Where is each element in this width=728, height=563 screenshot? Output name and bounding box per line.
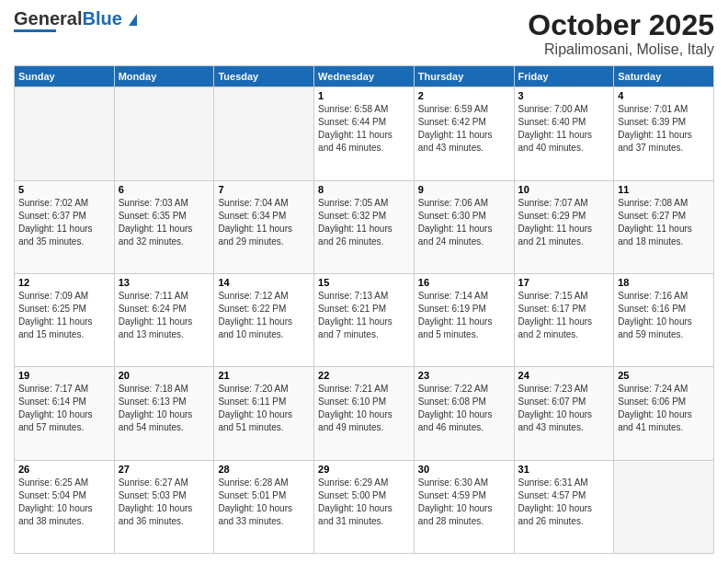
calendar-cell: 22Sunrise: 7:21 AM Sunset: 6:10 PM Dayli…	[314, 367, 415, 460]
day-info: Sunrise: 7:02 AM Sunset: 6:37 PM Dayligh…	[18, 197, 110, 248]
day-number: 8	[318, 184, 410, 195]
day-info: Sunrise: 7:15 AM Sunset: 6:17 PM Dayligh…	[518, 290, 610, 341]
day-info: Sunrise: 6:29 AM Sunset: 5:00 PM Dayligh…	[318, 477, 410, 528]
calendar-cell: 12Sunrise: 7:09 AM Sunset: 6:25 PM Dayli…	[15, 273, 115, 366]
calendar-cell: 20Sunrise: 7:18 AM Sunset: 6:13 PM Dayli…	[114, 367, 214, 460]
day-info: Sunrise: 7:12 AM Sunset: 6:22 PM Dayligh…	[218, 290, 310, 341]
day-info: Sunrise: 7:05 AM Sunset: 6:32 PM Dayligh…	[318, 197, 410, 248]
calendar-cell: 16Sunrise: 7:14 AM Sunset: 6:19 PM Dayli…	[414, 273, 514, 366]
calendar-cell: 10Sunrise: 7:07 AM Sunset: 6:29 PM Dayli…	[514, 180, 614, 273]
day-info: Sunrise: 6:25 AM Sunset: 5:04 PM Dayligh…	[18, 477, 110, 528]
calendar-cell: 31Sunrise: 6:31 AM Sunset: 4:57 PM Dayli…	[514, 460, 614, 553]
calendar-cell: 27Sunrise: 6:27 AM Sunset: 5:03 PM Dayli…	[114, 460, 214, 553]
calendar-cell: 2Sunrise: 6:59 AM Sunset: 6:42 PM Daylig…	[414, 87, 514, 180]
day-info: Sunrise: 7:23 AM Sunset: 6:07 PM Dayligh…	[518, 383, 610, 434]
calendar-header-sunday: Sunday	[15, 66, 115, 87]
day-number: 30	[418, 464, 510, 475]
calendar-cell	[114, 87, 214, 180]
day-number: 3	[518, 90, 610, 101]
calendar-cell: 7Sunrise: 7:04 AM Sunset: 6:34 PM Daylig…	[214, 180, 314, 273]
calendar-week-0: 1Sunrise: 6:58 AM Sunset: 6:44 PM Daylig…	[15, 87, 714, 180]
day-info: Sunrise: 6:28 AM Sunset: 5:01 PM Dayligh…	[218, 477, 310, 528]
calendar-header-row: SundayMondayTuesdayWednesdayThursdayFrid…	[15, 66, 714, 87]
calendar-cell: 21Sunrise: 7:20 AM Sunset: 6:11 PM Dayli…	[214, 367, 314, 460]
day-info: Sunrise: 6:59 AM Sunset: 6:42 PM Dayligh…	[418, 103, 510, 155]
main-title: October 2025	[528, 9, 714, 41]
day-info: Sunrise: 7:09 AM Sunset: 6:25 PM Dayligh…	[18, 290, 110, 341]
calendar-week-3: 19Sunrise: 7:17 AM Sunset: 6:14 PM Dayli…	[15, 367, 714, 460]
day-info: Sunrise: 7:08 AM Sunset: 6:27 PM Dayligh…	[618, 197, 710, 248]
calendar-week-4: 26Sunrise: 6:25 AM Sunset: 5:04 PM Dayli…	[15, 460, 714, 553]
page: GeneralBlue October 2025 Ripalimosani, M…	[0, 0, 728, 563]
logo: GeneralBlue	[14, 9, 137, 32]
day-number: 6	[119, 184, 210, 195]
day-number: 21	[218, 370, 310, 381]
calendar-cell: 3Sunrise: 7:00 AM Sunset: 6:40 PM Daylig…	[514, 87, 614, 180]
day-number: 15	[318, 277, 410, 288]
day-info: Sunrise: 7:07 AM Sunset: 6:29 PM Dayligh…	[518, 197, 610, 248]
day-number: 28	[218, 464, 310, 475]
day-info: Sunrise: 7:00 AM Sunset: 6:40 PM Dayligh…	[518, 103, 610, 155]
day-info: Sunrise: 7:17 AM Sunset: 6:14 PM Dayligh…	[18, 383, 110, 434]
day-info: Sunrise: 7:14 AM Sunset: 6:19 PM Dayligh…	[418, 290, 510, 341]
calendar-cell: 23Sunrise: 7:22 AM Sunset: 6:08 PM Dayli…	[414, 367, 514, 460]
day-number: 26	[18, 464, 110, 475]
logo-general: General	[14, 8, 82, 29]
calendar-cell: 14Sunrise: 7:12 AM Sunset: 6:22 PM Dayli…	[214, 273, 314, 366]
calendar-cell: 8Sunrise: 7:05 AM Sunset: 6:32 PM Daylig…	[314, 180, 415, 273]
calendar-cell: 15Sunrise: 7:13 AM Sunset: 6:21 PM Dayli…	[314, 273, 415, 366]
day-number: 7	[218, 184, 310, 195]
calendar-table: SundayMondayTuesdayWednesdayThursdayFrid…	[14, 65, 714, 554]
day-number: 9	[418, 184, 510, 195]
day-number: 13	[119, 277, 210, 288]
calendar-cell: 1Sunrise: 6:58 AM Sunset: 6:44 PM Daylig…	[314, 87, 415, 180]
calendar-header-saturday: Saturday	[614, 66, 714, 87]
day-info: Sunrise: 7:01 AM Sunset: 6:39 PM Dayligh…	[618, 103, 710, 155]
subtitle: Ripalimosani, Molise, Italy	[528, 41, 714, 58]
day-number: 11	[618, 184, 710, 195]
day-info: Sunrise: 6:30 AM Sunset: 4:59 PM Dayligh…	[418, 477, 510, 528]
day-number: 31	[518, 464, 610, 475]
day-number: 4	[618, 90, 710, 101]
day-number: 2	[418, 90, 510, 101]
calendar-cell: 5Sunrise: 7:02 AM Sunset: 6:37 PM Daylig…	[15, 180, 115, 273]
day-number: 27	[119, 464, 210, 475]
logo-blue-text: Blue	[82, 8, 121, 29]
day-number: 1	[318, 90, 410, 101]
day-info: Sunrise: 7:06 AM Sunset: 6:30 PM Dayligh…	[418, 197, 510, 248]
day-info: Sunrise: 7:20 AM Sunset: 6:11 PM Dayligh…	[218, 383, 310, 434]
day-info: Sunrise: 7:22 AM Sunset: 6:08 PM Dayligh…	[418, 383, 510, 434]
calendar-cell: 26Sunrise: 6:25 AM Sunset: 5:04 PM Dayli…	[15, 460, 115, 553]
day-info: Sunrise: 7:04 AM Sunset: 6:34 PM Dayligh…	[218, 197, 310, 248]
day-number: 23	[418, 370, 510, 381]
logo-underline	[14, 29, 56, 32]
calendar-header-wednesday: Wednesday	[314, 66, 415, 87]
day-number: 20	[119, 370, 210, 381]
day-number: 17	[518, 277, 610, 288]
calendar-week-2: 12Sunrise: 7:09 AM Sunset: 6:25 PM Dayli…	[15, 273, 714, 366]
calendar-header-friday: Friday	[514, 66, 614, 87]
calendar-cell: 25Sunrise: 7:24 AM Sunset: 6:06 PM Dayli…	[614, 367, 714, 460]
calendar-cell	[15, 87, 115, 180]
day-number: 5	[18, 184, 110, 195]
calendar-cell: 19Sunrise: 7:17 AM Sunset: 6:14 PM Dayli…	[15, 367, 115, 460]
calendar-cell: 6Sunrise: 7:03 AM Sunset: 6:35 PM Daylig…	[114, 180, 214, 273]
calendar-header-monday: Monday	[114, 66, 214, 87]
calendar-cell: 18Sunrise: 7:16 AM Sunset: 6:16 PM Dayli…	[614, 273, 714, 366]
day-number: 16	[418, 277, 510, 288]
logo-triangle-icon	[129, 14, 137, 26]
calendar-week-1: 5Sunrise: 7:02 AM Sunset: 6:37 PM Daylig…	[15, 180, 714, 273]
calendar-cell: 29Sunrise: 6:29 AM Sunset: 5:00 PM Dayli…	[314, 460, 415, 553]
day-info: Sunrise: 7:03 AM Sunset: 6:35 PM Dayligh…	[119, 197, 210, 248]
calendar-cell: 4Sunrise: 7:01 AM Sunset: 6:39 PM Daylig…	[614, 87, 714, 180]
title-block: October 2025 Ripalimosani, Molise, Italy	[528, 9, 714, 58]
calendar-cell: 17Sunrise: 7:15 AM Sunset: 6:17 PM Dayli…	[514, 273, 614, 366]
calendar-header-thursday: Thursday	[414, 66, 514, 87]
day-number: 18	[618, 277, 710, 288]
calendar-cell: 24Sunrise: 7:23 AM Sunset: 6:07 PM Dayli…	[514, 367, 614, 460]
day-info: Sunrise: 6:31 AM Sunset: 4:57 PM Dayligh…	[518, 477, 610, 528]
day-info: Sunrise: 6:58 AM Sunset: 6:44 PM Dayligh…	[318, 103, 410, 155]
calendar-cell	[214, 87, 314, 180]
calendar-header-tuesday: Tuesday	[214, 66, 314, 87]
header: GeneralBlue October 2025 Ripalimosani, M…	[14, 9, 714, 58]
